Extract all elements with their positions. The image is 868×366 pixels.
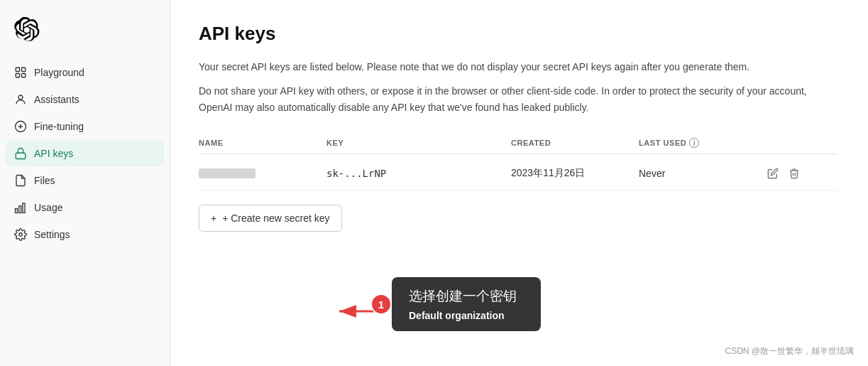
svg-rect-6 (16, 209, 18, 213)
svg-rect-8 (23, 203, 25, 213)
files-label: Files (34, 175, 55, 186)
col-actions (767, 138, 809, 148)
col-name: NAME (199, 138, 326, 148)
sidebar: Playground Assistants Fine-tuning (0, 0, 170, 366)
col-last-used: LAST USED i (639, 138, 767, 148)
svg-rect-0 (16, 68, 19, 71)
description-1: Your secret API keys are listed below. P… (199, 59, 809, 75)
svg-rect-3 (16, 74, 19, 77)
table-header: NAME KEY CREATED LAST USED i (199, 132, 837, 154)
create-plus-icon: + (211, 212, 216, 224)
page-title: API keys (199, 23, 840, 45)
attribution-text: CSDN @散一世繁华，颠半世琉璃 (725, 345, 854, 357)
tooltip-box: 选择创建一个密钥 Default organization (392, 277, 541, 331)
fine-tuning-label: Fine-tuning (34, 121, 84, 132)
api-keys-icon (14, 147, 27, 160)
svg-rect-7 (19, 206, 21, 213)
key-last-used-cell: Never (639, 168, 767, 179)
settings-icon (14, 228, 27, 241)
playground-label: Playground (34, 67, 84, 78)
tooltip-wrapper: 1 选择创建一个密钥 Default organization (380, 277, 541, 331)
svg-point-9 (19, 233, 23, 237)
assistants-icon (14, 93, 27, 106)
sidebar-item-api-keys[interactable]: API keys (6, 141, 164, 166)
edit-key-icon[interactable] (767, 167, 779, 180)
delete-key-icon[interactable] (788, 167, 801, 180)
tooltip-overlay: 1 选择创建一个密钥 Default organization (334, 277, 541, 331)
col-key: KEY (326, 138, 511, 148)
usage-icon (14, 201, 27, 214)
step-badge: 1 (370, 294, 392, 315)
key-actions-cell (767, 167, 809, 180)
key-name-cell (199, 168, 326, 178)
sidebar-item-assistants[interactable]: Assistants (6, 87, 164, 112)
logo (0, 11, 170, 60)
api-keys-table: NAME KEY CREATED LAST USED i sk-...LrNP … (199, 132, 837, 190)
files-icon (14, 174, 27, 187)
fine-tuning-icon (14, 120, 27, 133)
table-row: sk-...LrNP 2023年11月26日 Never (199, 157, 837, 190)
key-name-placeholder (199, 168, 256, 178)
tooltip-text-en: Default organization (409, 310, 527, 321)
openai-logo-icon (14, 17, 40, 43)
sidebar-item-playground[interactable]: Playground (6, 60, 164, 85)
key-created-cell: 2023年11月26日 (511, 167, 639, 180)
main-content: API keys Your secret API keys are listed… (170, 0, 868, 366)
assistants-label: Assistants (34, 94, 79, 105)
last-used-info-icon[interactable]: i (689, 138, 699, 148)
svg-point-4 (18, 95, 23, 99)
key-value-cell: sk-...LrNP (326, 168, 511, 179)
settings-label: Settings (34, 229, 70, 240)
sidebar-item-settings[interactable]: Settings (6, 222, 164, 247)
svg-rect-1 (22, 68, 26, 71)
svg-rect-5 (16, 153, 26, 158)
tooltip-text-cn: 选择创建一个密钥 (409, 287, 527, 306)
api-keys-label: API keys (34, 148, 73, 159)
description-2: Do not share your API key with others, o… (199, 83, 809, 115)
create-secret-key-button[interactable]: + + Create new secret key (199, 205, 342, 232)
svg-rect-2 (22, 74, 26, 77)
sidebar-nav: Playground Assistants Fine-tuning (0, 60, 170, 247)
playground-icon (14, 66, 27, 79)
create-button-label: + Create new secret key (222, 212, 329, 224)
col-created: CREATED (511, 138, 639, 148)
usage-label: Usage (34, 202, 62, 213)
sidebar-item-files[interactable]: Files (6, 168, 164, 193)
sidebar-item-usage[interactable]: Usage (6, 195, 164, 220)
sidebar-item-fine-tuning[interactable]: Fine-tuning (6, 114, 164, 139)
